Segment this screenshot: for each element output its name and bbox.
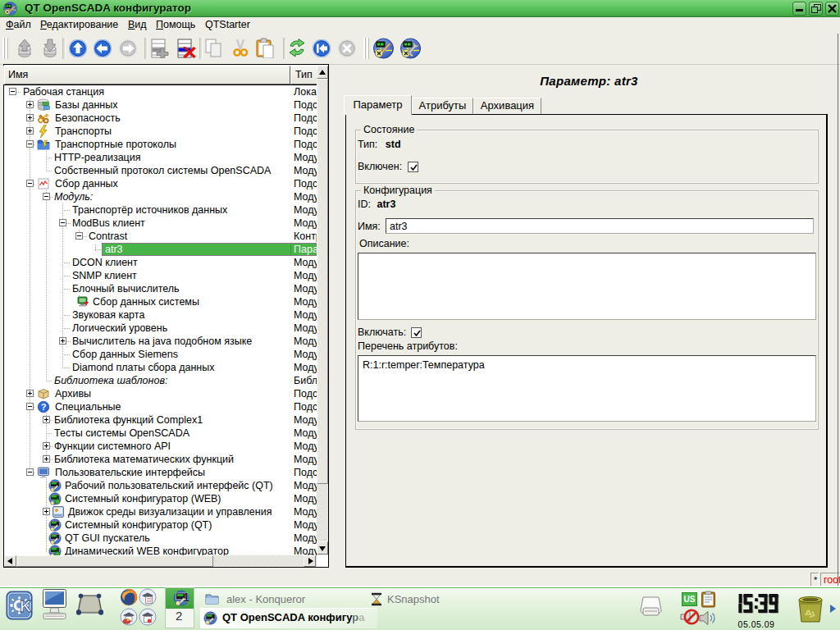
svg-text:K: K — [20, 597, 32, 615]
